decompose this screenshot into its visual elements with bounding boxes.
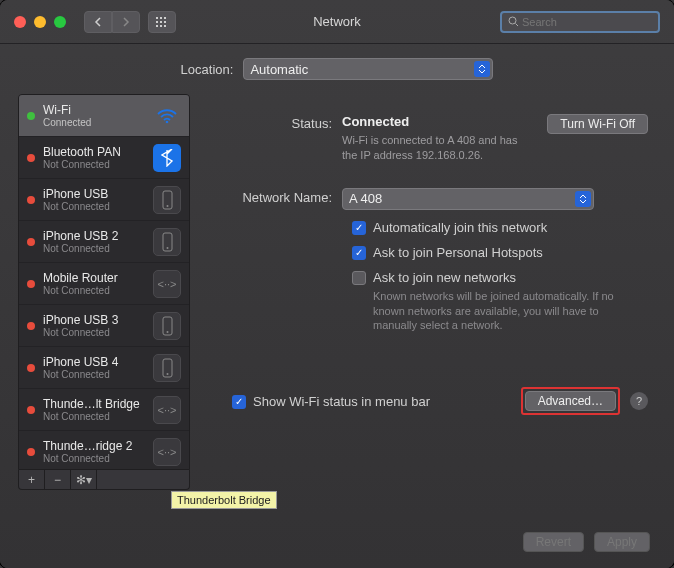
list-item[interactable]: Mobile RouterNot Connected <··> <box>19 263 189 305</box>
advanced-button[interactable]: Advanced… <box>525 391 616 411</box>
chevron-updown-icon <box>474 61 490 77</box>
hotspot-checkbox[interactable]: ✓ <box>352 246 366 260</box>
interface-list[interactable]: Wi-FiConnected Bluetooth PANNot Connecte… <box>18 94 190 470</box>
status-indicator-icon <box>27 448 35 456</box>
svg-rect-2 <box>164 17 166 19</box>
svg-rect-5 <box>164 21 166 23</box>
status-value: Connected <box>342 114 527 129</box>
add-button[interactable]: + <box>19 470 45 489</box>
close-icon[interactable] <box>14 16 26 28</box>
window-controls[interactable] <box>14 16 66 28</box>
svg-line-10 <box>516 24 518 27</box>
help-button[interactable]: ? <box>630 392 648 410</box>
auto-join-checkbox[interactable]: ✓ <box>352 221 366 235</box>
forward-button[interactable] <box>112 11 140 33</box>
svg-point-11 <box>166 120 169 123</box>
status-indicator-icon <box>27 364 35 372</box>
ethernet-icon: <··> <box>153 396 181 424</box>
remove-button[interactable]: − <box>45 470 71 489</box>
status-indicator-icon <box>27 238 35 246</box>
list-item[interactable]: Thunde…ridge 2Not Connected <··> <box>19 431 189 470</box>
svg-point-9 <box>509 17 516 24</box>
ethernet-icon: <··> <box>153 438 181 466</box>
status-indicator-icon <box>27 322 35 330</box>
hotspot-label: Ask to join Personal Hotspots <box>373 245 543 260</box>
list-item[interactable]: Thunde…lt BridgeNot Connected <··> <box>19 389 189 431</box>
gear-icon: ✻▾ <box>76 473 92 487</box>
minimize-icon[interactable] <box>34 16 46 28</box>
list-item[interactable]: iPhone USB 4Not Connected <box>19 347 189 389</box>
svg-rect-8 <box>164 25 166 27</box>
status-label: Status: <box>212 114 342 164</box>
svg-rect-3 <box>156 21 158 23</box>
svg-point-18 <box>166 331 168 333</box>
new-networks-description: Known networks will be joined automatica… <box>373 289 633 334</box>
turn-wifi-off-button[interactable]: Turn Wi-Fi Off <box>547 114 648 134</box>
phone-icon <box>153 228 181 256</box>
search-icon <box>508 16 518 27</box>
list-item[interactable]: iPhone USB 2Not Connected <box>19 221 189 263</box>
location-select[interactable]: Automatic <box>243 58 493 80</box>
wifi-icon <box>153 102 181 130</box>
status-indicator-icon <box>27 112 35 120</box>
status-indicator-icon <box>27 196 35 204</box>
search-field[interactable] <box>500 11 660 33</box>
chevron-updown-icon <box>575 191 591 207</box>
ethernet-icon: <··> <box>153 270 181 298</box>
svg-rect-1 <box>160 17 162 19</box>
show-all-button[interactable] <box>148 11 176 33</box>
bluetooth-icon <box>153 144 181 172</box>
status-indicator-icon <box>27 280 35 288</box>
new-networks-checkbox[interactable] <box>352 271 366 285</box>
svg-point-15 <box>166 247 168 249</box>
svg-rect-6 <box>156 25 158 27</box>
status-indicator-icon <box>27 406 35 414</box>
svg-rect-0 <box>156 17 158 19</box>
list-item[interactable]: iPhone USB 3Not Connected <box>19 305 189 347</box>
show-status-checkbox[interactable]: ✓ <box>232 395 246 409</box>
auto-join-label: Automatically join this network <box>373 220 547 235</box>
tooltip: Thunderbolt Bridge <box>171 491 277 509</box>
phone-icon <box>153 312 181 340</box>
phone-icon <box>153 354 181 382</box>
list-item[interactable]: Bluetooth PANNot Connected <box>19 137 189 179</box>
svg-rect-4 <box>160 21 162 23</box>
status-description: Wi-Fi is connected to A 408 and has the … <box>342 133 527 164</box>
revert-button[interactable]: Revert <box>523 532 584 552</box>
zoom-icon[interactable] <box>54 16 66 28</box>
svg-text:<··>: <··> <box>158 278 177 290</box>
phone-icon <box>153 186 181 214</box>
back-button[interactable] <box>84 11 112 33</box>
network-name-label: Network Name: <box>212 188 342 210</box>
apply-button[interactable]: Apply <box>594 532 650 552</box>
svg-rect-7 <box>160 25 162 27</box>
status-indicator-icon <box>27 154 35 162</box>
svg-point-20 <box>166 373 168 375</box>
action-menu-button[interactable]: ✻▾ <box>71 470 97 489</box>
advanced-highlight: Advanced… <box>521 387 620 415</box>
search-input[interactable] <box>522 16 652 28</box>
window-title: Network <box>313 14 361 29</box>
svg-point-13 <box>166 205 168 207</box>
new-networks-label: Ask to join new networks <box>373 270 633 285</box>
show-status-label: Show Wi-Fi status in menu bar <box>253 394 430 409</box>
list-item-wifi[interactable]: Wi-FiConnected <box>19 95 189 137</box>
svg-text:<··>: <··> <box>158 404 177 416</box>
list-item[interactable]: iPhone USBNot Connected <box>19 179 189 221</box>
network-name-select[interactable]: A 408 <box>342 188 594 210</box>
location-label: Location: <box>181 62 234 77</box>
svg-text:<··>: <··> <box>158 446 177 458</box>
